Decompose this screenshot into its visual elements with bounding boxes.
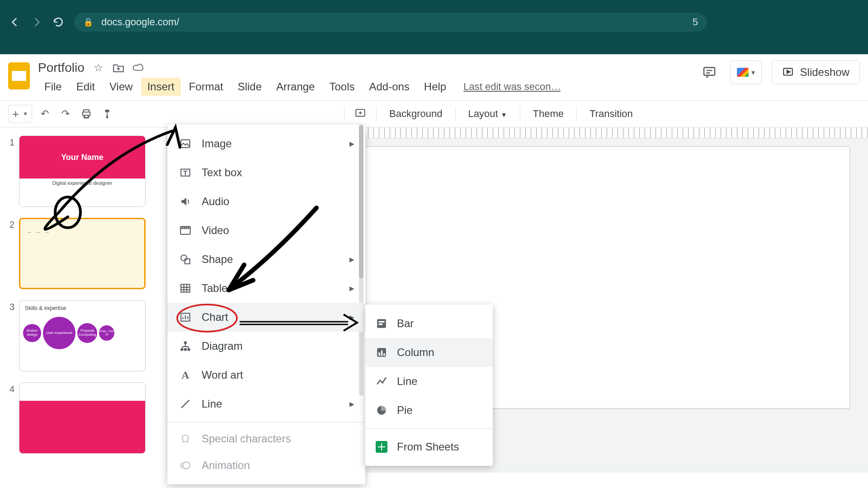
transition-button[interactable]: Transition (584, 108, 638, 120)
menu-slide[interactable]: Slide (231, 78, 268, 96)
menu-help[interactable]: Help (418, 78, 453, 96)
chevron-right-icon: ▶ (349, 314, 354, 321)
line-icon (179, 398, 192, 410)
svg-point-13 (184, 348, 187, 351)
paint-format-button[interactable] (99, 105, 115, 123)
textbox-icon (179, 166, 192, 179)
chart-from-sheets[interactable]: From Sheets (365, 432, 493, 461)
image-icon (179, 137, 192, 150)
last-edit-link[interactable]: Last edit was secon… (463, 81, 561, 93)
chevron-right-icon: ▶ (349, 400, 354, 408)
menu-format[interactable]: Format (183, 78, 230, 96)
insert-wordart[interactable]: A Word art (167, 361, 365, 389)
menu-arrange[interactable]: Arrange (270, 78, 321, 96)
insert-diagram[interactable]: Diagram (167, 332, 365, 361)
submenu-separator (365, 428, 493, 429)
forward-button[interactable] (31, 16, 42, 28)
menu-file[interactable]: File (38, 78, 68, 96)
address-badge: 5 (693, 16, 698, 28)
chart-pie[interactable]: Pie (365, 396, 493, 425)
redo-button[interactable]: ↷ (57, 105, 74, 123)
add-comment-button[interactable] (352, 105, 369, 123)
svg-rect-20 (379, 352, 380, 356)
menu-addons[interactable]: Add-ons (363, 78, 415, 96)
svg-point-11 (184, 341, 187, 344)
background-button[interactable]: Background (384, 108, 448, 120)
print-button[interactable] (78, 105, 94, 123)
menu-view[interactable]: View (103, 78, 139, 96)
slideshow-label: Slideshow (800, 66, 849, 79)
svg-rect-0 (704, 67, 715, 75)
insert-chart[interactable]: Chart▶ (167, 303, 365, 332)
svg-rect-18 (379, 324, 383, 325)
cloud-status-icon[interactable] (132, 62, 144, 74)
meet-button[interactable]: ▾ (730, 61, 762, 84)
bar-chart-icon (375, 317, 388, 330)
layout-button[interactable]: Layout ▼ (463, 108, 513, 120)
meet-icon (737, 68, 749, 77)
undo-button[interactable]: ↶ (37, 105, 53, 123)
special-characters-icon: Ω (179, 432, 192, 445)
slide-thumbnail-4[interactable] (19, 382, 146, 454)
chevron-right-icon: ▶ (349, 256, 354, 263)
address-bar[interactable]: 🔒 docs.google.com/ 5 (74, 13, 707, 32)
sheets-icon (375, 441, 388, 453)
insert-image[interactable]: Image▶ (167, 129, 365, 158)
insert-special-characters[interactable]: Ω Special characters (167, 422, 365, 451)
insert-textbox[interactable]: Text box (167, 158, 365, 187)
svg-point-15 (183, 462, 190, 469)
browser-nav-bar: 🔒 docs.google.com/ 5 (0, 8, 868, 36)
column-chart-icon (375, 346, 388, 359)
line-chart-icon (375, 375, 388, 388)
menu-bar: File Edit View Insert Format Slide Arran… (38, 78, 690, 96)
insert-line[interactable]: Line▶ (167, 389, 365, 418)
svg-rect-22 (383, 353, 385, 356)
insert-table[interactable]: Table▶ (167, 274, 365, 303)
app-header: Portfolio ☆ File Edit View Insert Format… (0, 54, 868, 96)
bookmark-bar (0, 36, 868, 54)
thumb-number: 4 (5, 382, 14, 394)
svg-rect-21 (381, 351, 382, 356)
document-title[interactable]: Portfolio (38, 61, 85, 75)
lock-icon: 🔒 (83, 17, 93, 27)
chevron-right-icon: ▶ (349, 140, 354, 147)
svg-rect-8 (185, 259, 190, 264)
slide-thumbnail-3[interactable]: Skills & expertise Motion design User ex… (19, 300, 146, 371)
thumb-number: 3 (5, 300, 14, 312)
menu-edit[interactable]: Edit (70, 78, 101, 96)
wordart-icon: A (179, 369, 192, 381)
url-text: docs.google.com/ (101, 16, 179, 28)
table-icon (179, 282, 192, 295)
chart-icon (179, 311, 192, 324)
comments-icon[interactable] (698, 61, 720, 83)
slide-thumbnail-2[interactable]: – – – (19, 218, 146, 289)
chart-submenu: Bar Column Line Pie From Sheets (365, 305, 493, 466)
back-button[interactable] (9, 16, 21, 28)
star-icon[interactable]: ☆ (93, 62, 104, 74)
browser-tab-strip (0, 0, 868, 8)
chart-line[interactable]: Line (365, 367, 493, 396)
chart-column[interactable]: Column (365, 338, 493, 367)
insert-menu-dropdown: Image▶ Text box Audio Video Shape▶ Table… (167, 125, 365, 484)
svg-rect-17 (379, 321, 385, 323)
svg-point-14 (187, 348, 190, 351)
pie-chart-icon (375, 404, 388, 417)
menu-insert[interactable]: Insert (141, 78, 181, 96)
new-slide-button[interactable]: +▼ (8, 105, 32, 123)
slideshow-button[interactable]: Slideshow (772, 61, 860, 84)
reload-button[interactable] (52, 16, 64, 28)
svg-rect-9 (181, 284, 190, 292)
insert-audio[interactable]: Audio (167, 187, 365, 216)
chart-bar[interactable]: Bar (365, 309, 493, 338)
slide-thumbnail-1[interactable]: Your Name Digital experience designer (19, 136, 146, 207)
thumb-number: 1 (5, 136, 14, 148)
toolbar: +▼ ↶ ↷ Background Layout ▼ Theme Transit… (0, 100, 868, 127)
insert-animation[interactable]: Animation (167, 451, 365, 480)
move-folder-icon[interactable] (113, 62, 124, 74)
theme-button[interactable]: Theme (528, 108, 569, 120)
insert-video[interactable]: Video (167, 216, 365, 245)
audio-icon (179, 195, 192, 208)
slides-logo-icon[interactable] (8, 62, 30, 89)
insert-shape[interactable]: Shape▶ (167, 245, 365, 274)
menu-tools[interactable]: Tools (323, 78, 361, 96)
